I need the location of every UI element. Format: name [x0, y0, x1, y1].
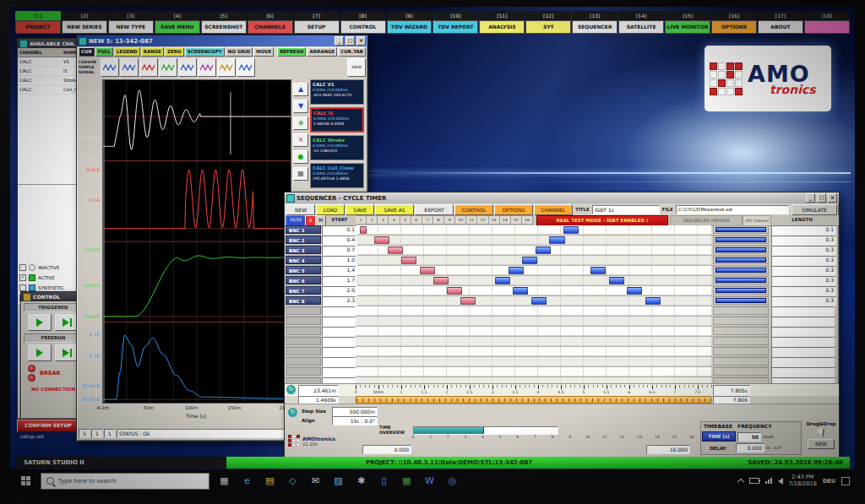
menu-label-new-type[interactable]: NEW TYPE	[108, 20, 154, 34]
menu-item-5[interactable]: [5]SCREENSHOT	[201, 11, 247, 34]
cursor-refresh-icon[interactable]	[286, 385, 296, 394]
edge-icon[interactable]: e	[236, 469, 258, 492]
save-as-button[interactable]: SAVE AS	[375, 204, 414, 215]
length-cell[interactable]: 0.3	[771, 256, 836, 266]
menu-item-15[interactable]: [15]LIVE MONITOR	[665, 11, 710, 34]
document-icon[interactable]: ▯	[373, 469, 395, 492]
volume-icon[interactable]	[778, 478, 783, 485]
time-overview-bar[interactable]	[413, 426, 558, 435]
length-cell[interactable]: 0.3	[771, 236, 836, 246]
delay-field[interactable]: 0.000	[736, 443, 764, 453]
bank-button-10[interactable]: 10	[455, 215, 466, 225]
bnc-channel-label[interactable]: BNC 7	[286, 286, 321, 295]
time-unit-button[interactable]: TIME (s)	[702, 431, 736, 442]
pulse-bar-red[interactable]	[433, 277, 449, 285]
store-icon[interactable]: ◇	[281, 469, 304, 492]
length-cell[interactable]: 0.3	[771, 266, 836, 276]
start-time-cell[interactable]: 2.3	[322, 296, 357, 306]
load-button[interactable]: LOAD	[316, 204, 345, 215]
waveform-tool-icon-6[interactable]	[198, 58, 216, 77]
bank-button-6[interactable]: 6	[411, 215, 422, 225]
length-cell[interactable]: 0.1	[771, 225, 836, 236]
task-view-icon[interactable]: ▦	[213, 469, 236, 492]
minimize-icon[interactable]	[335, 36, 344, 46]
bnc-channel-label[interactable]: BNC 5	[286, 266, 321, 274]
pulse-bar-blue[interactable]	[536, 247, 551, 254]
export-button[interactable]: EXPORT	[415, 204, 454, 215]
waveform-tool-icon-1[interactable]	[101, 58, 119, 77]
freerun-step-button[interactable]	[55, 344, 79, 361]
scope-tool-full[interactable]: FULL	[95, 47, 113, 57]
pulse-bar-blue[interactable]	[627, 287, 642, 295]
pulse-bar-blue[interactable]	[609, 277, 624, 285]
pulse-bar-blue[interactable]	[645, 297, 661, 305]
view-tab-button[interactable]: VIEW	[347, 58, 366, 77]
maximize-icon[interactable]	[345, 36, 355, 46]
menu-label-screenshot[interactable]: SCREENSHOT	[201, 20, 247, 34]
menu-item-14[interactable]: [14]SATELLITE	[618, 11, 664, 34]
start-time-cell[interactable]: 2.0	[322, 286, 357, 296]
ruler-ticks[interactable]: 0500m11.522.533.544.555.566.577.5	[356, 384, 711, 397]
menu-item-12[interactable]: [12]SYT	[525, 11, 571, 34]
menu-item-17[interactable]: [17]ABOUT	[758, 11, 803, 34]
menu-item-8[interactable]: [8]CONTROL	[340, 11, 386, 34]
scope-titlebar[interactable]: NEW 5: 13-342-087	[77, 35, 367, 46]
legend-entry-calc-i1[interactable]: CALC I10.000s 210.000ms2.4834A 4.000A	[310, 107, 364, 133]
timeline-cell[interactable]	[356, 296, 711, 305]
bank-button-7[interactable]: 7	[422, 215, 433, 225]
word-icon[interactable]: W	[418, 469, 441, 492]
photos-icon[interactable]: ▨	[327, 469, 350, 492]
bnc-channel-label[interactable]: BNC 1	[286, 225, 321, 234]
menu-item-1[interactable]: [1]PROJECT	[15, 11, 61, 34]
scope-tool-cur-tab[interactable]: CUR.TAB	[338, 47, 366, 57]
scope-tool-range[interactable]: RANGE	[141, 47, 164, 57]
scope-tool-no-grid[interactable]: NO GRID	[226, 47, 253, 57]
confirm-setup-button[interactable]: CONFIRM SETUP	[17, 420, 79, 432]
break-label[interactable]: BREAK	[40, 370, 60, 377]
settings-icon[interactable]: ✱	[350, 469, 373, 492]
pulse-bar-red[interactable]	[447, 287, 462, 295]
channel-button[interactable]: CHANNEL	[534, 204, 573, 215]
menu-label-tdv-wizard[interactable]: TDV WIZARD	[387, 20, 432, 34]
menu-label-satellite[interactable]: SATELLITE	[618, 20, 664, 34]
menu-item-10[interactable]: [10]TDV REPORT	[432, 11, 478, 34]
menu-label-analysis[interactable]: ANALYSIS	[479, 20, 525, 34]
pan-down-icon[interactable]: ▼	[293, 100, 308, 113]
freerun-start-button[interactable]	[28, 344, 52, 361]
control-button[interactable]: CONTROL	[454, 204, 493, 215]
file-explorer-icon[interactable]: ▤	[258, 469, 281, 492]
bank-button-15[interactable]: 15	[511, 215, 522, 225]
offset-field[interactable]: 0.000	[362, 445, 411, 454]
menu-item-3[interactable]: [3]NEW TYPE	[108, 11, 154, 34]
waveform-tool-icon-4[interactable]	[159, 58, 177, 77]
legend-entry-calc-stroke[interactable]: CALC Stroke0.000s 210.000ms-32.138mV/V	[310, 135, 364, 160]
bnc-channel-label[interactable]: BNC 8	[286, 296, 321, 305]
pulse-bar-blue[interactable]	[590, 267, 606, 274]
scope-tool-screencopy[interactable]: SCREENCOPY	[185, 47, 225, 57]
zoom-icon[interactable]: ⊕	[293, 117, 308, 130]
timeline-cell[interactable]	[356, 256, 711, 264]
checkbox[interactable]	[19, 285, 26, 291]
menu-label-new-series[interactable]: NEW SERIES	[62, 20, 107, 34]
menu-label-about[interactable]: ABOUT	[758, 20, 803, 34]
menu-item-4[interactable]: [4]SAVE MENU	[155, 11, 200, 34]
scope-tool-refresh[interactable]: REFRESH	[277, 47, 306, 57]
new-button[interactable]: NEW	[286, 204, 315, 215]
pan-up-icon[interactable]: ▲	[293, 83, 308, 96]
taskbar-search[interactable]: Type here to search	[41, 473, 209, 490]
start-time-cell[interactable]: 1.0	[322, 256, 357, 266]
bank-button-12[interactable]: 12	[477, 215, 488, 225]
scope-plot-area[interactable]	[102, 79, 291, 404]
mail-icon[interactable]: ✉	[304, 469, 327, 492]
menu-item-9[interactable]: [9]TDV WIZARD	[387, 11, 432, 34]
scope-tool-arrange[interactable]: ARRANGE	[307, 47, 337, 57]
bnc-channel-label[interactable]: BNC 6	[286, 276, 321, 285]
bank-button-4[interactable]: 4	[389, 215, 400, 225]
pulse-bar-blue[interactable]	[549, 236, 564, 244]
menu-item-6[interactable]: [6]CHANNELS	[248, 11, 293, 34]
scope-tool-move[interactable]: MOVE	[253, 47, 274, 57]
checkbox[interactable]	[19, 264, 26, 271]
menu-item-7[interactable]: [7]SETUP	[294, 11, 340, 34]
menu-item-18[interactable]: [18]	[804, 11, 850, 34]
bnc-channel-label[interactable]: BNC 3	[286, 246, 321, 254]
